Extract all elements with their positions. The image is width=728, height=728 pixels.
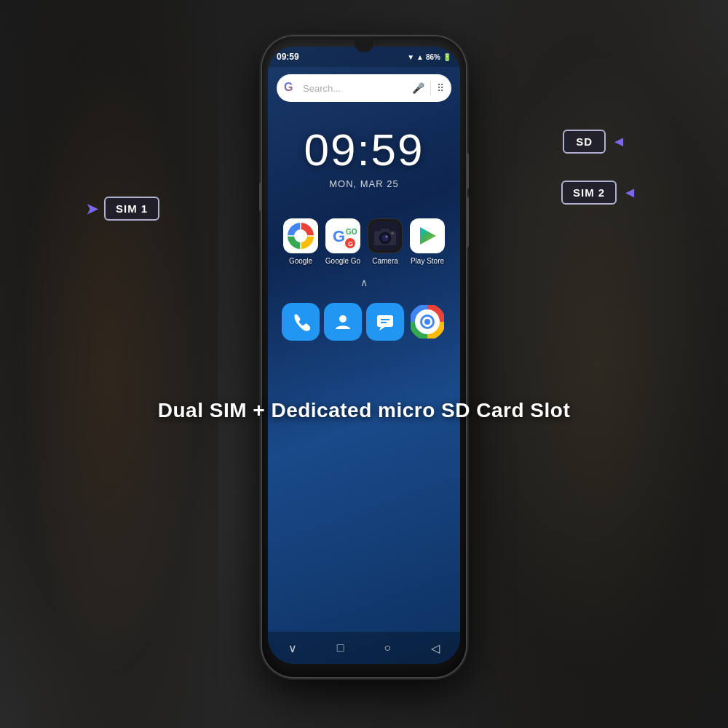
bg-right-person xyxy=(451,0,728,728)
clock-date: MON, MAR 25 xyxy=(268,178,460,189)
sd-badge: SD xyxy=(563,130,606,154)
battery-icon: 🔋 xyxy=(443,53,451,61)
camera-app-label: Camera xyxy=(372,257,398,265)
dock-row xyxy=(268,303,460,341)
google-g-logo: G xyxy=(284,81,298,95)
svg-text:G: G xyxy=(333,227,345,245)
svg-point-26 xyxy=(424,319,430,325)
app-icons-row: Google G GO G Google Go xyxy=(268,218,460,265)
sd-arrow-icon: ◄ xyxy=(612,133,626,150)
google-go-icon-img: G GO G xyxy=(325,218,360,253)
sim1-label: ➤ SIM 1 xyxy=(86,197,159,221)
divider xyxy=(430,81,431,95)
sim1-arrow-icon: ➤ xyxy=(86,200,98,218)
sim2-arrow-icon: ◄ xyxy=(622,184,637,201)
phone-mockup: 09:59 ▼ ▲ 86% 🔋 G Search... 🎤 ⠿ 09:59 M xyxy=(262,36,466,677)
search-placeholder: Search... xyxy=(303,83,408,94)
sim2-badge: SIM 2 xyxy=(561,181,617,205)
nav-back-icon[interactable]: ◁ xyxy=(431,641,440,655)
clock-time: 09:59 xyxy=(268,124,460,175)
contacts-dock-icon[interactable] xyxy=(324,303,362,341)
google-icon-img xyxy=(283,218,318,253)
svg-point-18 xyxy=(339,315,347,323)
svg-text:G: G xyxy=(348,240,353,248)
apps-grid-icon: ⠿ xyxy=(437,82,444,94)
nav-home-icon[interactable]: ○ xyxy=(384,641,392,654)
wifi-icon: ▼ xyxy=(407,53,414,61)
svg-rect-15 xyxy=(381,229,389,232)
navigation-bar: ∨ □ ○ ◁ xyxy=(268,632,460,664)
volume-up-button xyxy=(259,182,262,211)
camera-app-icon[interactable]: Camera xyxy=(365,218,405,265)
power-button xyxy=(466,153,469,189)
playstore-app-icon[interactable]: Play Store xyxy=(407,218,448,265)
sim1-badge: SIM 1 xyxy=(104,197,159,221)
volume-button xyxy=(466,197,469,248)
camera-icon-img xyxy=(368,218,403,253)
clock-widget: 09:59 MON, MAR 25 xyxy=(268,124,460,189)
nav-recents-icon[interactable]: □ xyxy=(337,641,344,654)
nav-down-icon: ∨ xyxy=(288,641,297,655)
google-search-bar[interactable]: G Search... 🎤 ⠿ xyxy=(277,74,451,102)
google-app-icon[interactable]: Google xyxy=(280,218,321,265)
bg-left-person xyxy=(0,0,218,728)
svg-text:GO: GO xyxy=(346,228,357,236)
svg-rect-19 xyxy=(377,315,393,327)
chrome-dock-icon[interactable] xyxy=(408,303,446,341)
svg-rect-16 xyxy=(391,232,394,234)
phone-screen: 09:59 ▼ ▲ 86% 🔋 G Search... 🎤 ⠿ 09:59 M xyxy=(268,47,460,664)
battery-text: 86% xyxy=(426,53,440,61)
google-go-app-icon[interactable]: G GO G Google Go xyxy=(323,218,363,265)
signal-icon: ▲ xyxy=(416,53,424,61)
google-go-app-label: Google Go xyxy=(325,257,360,265)
app-drawer-handle[interactable]: ∧ xyxy=(268,277,460,288)
headline-text: Dual SIM + Dedicated micro SD Card Slot xyxy=(158,399,570,422)
phone-dock-icon[interactable] xyxy=(282,303,320,341)
status-time: 09:59 xyxy=(277,52,299,62)
microphone-icon: 🎤 xyxy=(412,82,424,94)
svg-point-14 xyxy=(386,236,388,238)
status-icons: ▼ ▲ 86% 🔋 xyxy=(407,53,451,61)
messages-dock-icon[interactable] xyxy=(366,303,404,341)
google-app-label: Google xyxy=(289,257,312,265)
svg-marker-20 xyxy=(379,327,385,331)
playstore-icon-img xyxy=(410,218,445,253)
phone-shell: 09:59 ▼ ▲ 86% 🔋 G Search... 🎤 ⠿ 09:59 M xyxy=(262,36,466,677)
sd-label: SD ◄ xyxy=(563,130,626,154)
playstore-app-label: Play Store xyxy=(411,257,444,265)
sim2-label: SIM 2 ◄ xyxy=(561,181,637,205)
